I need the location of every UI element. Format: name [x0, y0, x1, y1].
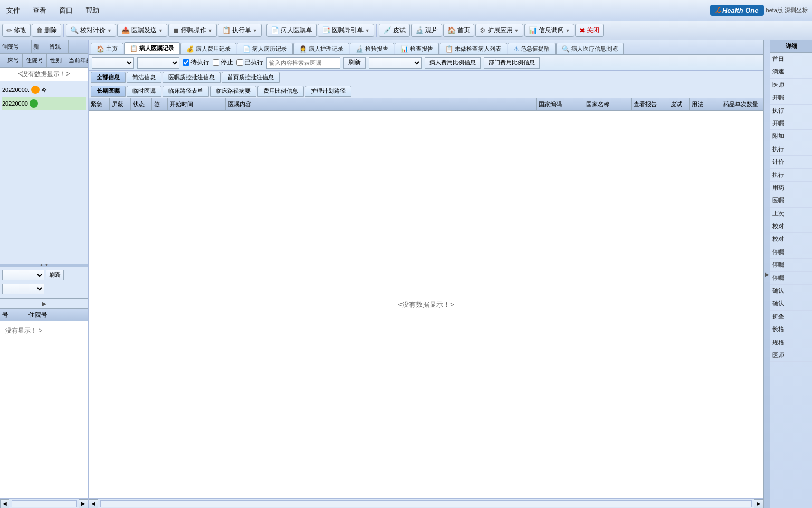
tab-nursing-records[interactable]: 👩‍⚕️ 病人护理记录 [293, 43, 349, 54]
dept-cost-ratio-button[interactable]: 部门费用比例信息 [484, 57, 540, 69]
main-toolbar: ✏ 修改 🗑 删除 🔍 校对计价 ▼ 📤 医嘱发送 ▼ ⏹ 停嘱操作 ▼ 📋 执… [0, 21, 812, 40]
sidebar-item-medical-order[interactable]: 医嘱 [770, 194, 812, 207]
tab-unexamined[interactable]: 📋 未做检查病人列表 [440, 43, 507, 54]
med-tab-longterm[interactable]: 长期医嘱 [91, 86, 126, 97]
sidebar-item-doctor[interactable]: 医师 [770, 79, 812, 91]
sidebar-item-confirm2[interactable]: 确认 [770, 297, 812, 310]
sidebar-item-stop-order3[interactable]: 停嘱 [770, 272, 812, 285]
doctor-select[interactable] [137, 57, 179, 69]
dropdown-arrow: ▼ [158, 28, 163, 33]
tab-cost-records[interactable]: 💰 病人费用记录 [180, 43, 236, 54]
close-button[interactable]: ✖ 关闭 [575, 24, 604, 37]
home-button[interactable]: 🏠 首页 [443, 24, 474, 37]
med-tab-pathway-sheet[interactable]: 临床路径表单 [163, 86, 209, 97]
sidebar-item-long-format[interactable]: 长格 [770, 323, 812, 336]
sidebar-item-confirm1[interactable]: 确认 [770, 285, 812, 297]
menu-file[interactable]: 文件 [4, 5, 22, 16]
skin-test-button[interactable]: 💉 皮试 [379, 24, 410, 37]
sidebar-item-proofread1[interactable]: 校对 [770, 220, 812, 233]
tab-home[interactable]: 🏠 主页 [91, 43, 123, 54]
med-tab-nursing-plan[interactable]: 护理计划路径 [305, 86, 351, 97]
sidebar-item-stop-order1[interactable]: 停嘱 [770, 246, 812, 259]
patient-record-2[interactable]: 20220000 [2, 97, 86, 110]
sidebar-item-execute2[interactable]: 执行 [770, 143, 812, 156]
sidebar-item-start-order2[interactable]: 开嘱 [770, 117, 812, 130]
menu-view[interactable]: 查看 [31, 5, 49, 16]
sidebar-item-first-day[interactable]: 首日 [770, 53, 812, 65]
sidebar-item-medication[interactable]: 用药 [770, 182, 812, 194]
info-tab-all[interactable]: 全部信息 [91, 72, 126, 83]
delete-button[interactable]: 🗑 删除 [32, 24, 61, 37]
menu-bar: 文件 查看 窗口 帮助 [4, 5, 101, 16]
col-usage: 用法 [690, 98, 721, 110]
send-icon: 📤 [121, 26, 130, 34]
pending-checkbox-label[interactable]: 待执行 [183, 58, 209, 67]
scroll-right-center[interactable]: ▶ [754, 499, 763, 509]
records-tab-icon: 📄 [243, 45, 251, 53]
tab-critical-alert[interactable]: ⚠ 危急值提醒 [508, 43, 556, 54]
modify-button[interactable]: ✏ 修改 [2, 24, 31, 37]
info-tab-simple[interactable]: 简洁信息 [127, 72, 161, 83]
sidebar-item-collapse[interactable]: 折叠 [770, 311, 812, 323]
sidebar-item-addon[interactable]: 附加 [770, 130, 812, 143]
sidebar-item-last-time[interactable]: 上次 [770, 208, 812, 220]
stopped-checkbox[interactable] [213, 59, 219, 66]
patient-cost-ratio-button[interactable]: 病人费用比例信息 [425, 57, 481, 69]
scroll-left[interactable]: ◀ [0, 499, 9, 509]
calibrate-button[interactable]: 🔍 校对计价 ▼ [66, 24, 116, 37]
menu-window[interactable]: 窗口 [57, 5, 75, 16]
extra-select[interactable] [369, 57, 422, 69]
col-obs: 留观 [47, 40, 69, 53]
execute-order-button[interactable]: 📋 执行单 ▼ [218, 24, 262, 37]
tab-medical-info[interactable]: 🔍 病人医疗信息浏览 [556, 43, 624, 54]
info-tab-qc-notes[interactable]: 医嘱质控批注信息 [163, 72, 221, 83]
tab-lab-report[interactable]: 🔬 检验报告 [350, 43, 394, 54]
med-tab-pathway-disease[interactable]: 临床路径病要 [210, 86, 256, 97]
sidebar-item-pricing[interactable]: 计价 [770, 156, 812, 168]
filter-select-1[interactable] [2, 270, 44, 280]
refresh-btn[interactable]: 刷新 [46, 270, 64, 280]
stop-order-button[interactable]: ⏹ 停嘱操作 ▼ [168, 24, 217, 37]
col-sign: 签 [152, 98, 168, 110]
filter-select-2[interactable] [2, 284, 44, 294]
refresh-button[interactable]: 刷新 [343, 57, 366, 69]
col-view-report: 查看报告 [632, 98, 668, 110]
med-tab-cost-ratio[interactable]: 费用比例信息 [257, 86, 304, 97]
med-tabs: 长期医嘱 临时医嘱 临床路径表单 临床路径病要 费用比例信息 护理计划路径 [89, 84, 763, 98]
right-sidebar-header: 详细 [770, 40, 812, 53]
h-scrollbar-center[interactable] [100, 500, 752, 507]
view-film-button[interactable]: 🔬 观片 [411, 24, 442, 37]
right-collapse-handle[interactable]: ▶ [763, 40, 770, 508]
expand-arrow[interactable]: ▶ [0, 299, 88, 308]
sidebar-item-proofread2[interactable]: 校对 [770, 233, 812, 246]
sidebar-item-start-order[interactable]: 开嘱 [770, 91, 812, 104]
sidebar-item-doctor2[interactable]: 医师 [770, 349, 812, 362]
dept-select[interactable] [92, 57, 134, 69]
info-review-button[interactable]: 📊 信息调阅 ▼ [524, 24, 575, 37]
executed-checkbox[interactable] [236, 59, 243, 66]
patient-order-sheet-button[interactable]: 📄 病人医嘱单 [266, 24, 317, 37]
scroll-right[interactable]: ▶ [79, 499, 88, 509]
stopped-checkbox-label[interactable]: 停止 [213, 58, 233, 67]
info-tab-homepage-qc[interactable]: 首页质控批注信息 [222, 72, 280, 83]
pending-checkbox[interactable] [183, 59, 189, 66]
med-tab-temp[interactable]: 临时医嘱 [127, 86, 161, 97]
executed-checkbox-label[interactable]: 已执行 [236, 58, 263, 67]
tab-medical-records[interactable]: 📄 病人病历记录 [237, 43, 293, 54]
order-guide-button[interactable]: 📑 医嘱导引单 ▼ [318, 24, 374, 37]
extend-app-button[interactable]: ⚙ 扩展应用 ▼ [475, 24, 523, 37]
tab-medical-orders[interactable]: 📋 病人医嘱记录 [124, 42, 180, 54]
patient-record-1[interactable]: 20220000. 今 [2, 83, 86, 96]
search-input[interactable] [266, 57, 340, 69]
tab-exam-report[interactable]: 📊 检查报告 [395, 43, 439, 54]
sidebar-item-stop-order2[interactable]: 停嘱 [770, 259, 812, 271]
sidebar-item-execute[interactable]: 执行 [770, 105, 812, 117]
patient-list-header: 床号 住院号 性别 当前年龄 出生日期 类别颜色 病人类别 入院时间 天数 护理… [0, 54, 88, 68]
scroll-left-center[interactable]: ◀ [89, 499, 98, 509]
h-scrollbar-left[interactable] [12, 500, 77, 507]
sidebar-item-execute3[interactable]: 执行 [770, 169, 812, 182]
menu-help[interactable]: 帮助 [83, 5, 101, 16]
sidebar-item-spec[interactable]: 规格 [770, 336, 812, 349]
sidebar-item-drip-speed[interactable]: 滴速 [770, 65, 812, 78]
send-order-button[interactable]: 📤 医嘱发送 ▼ [117, 24, 167, 37]
